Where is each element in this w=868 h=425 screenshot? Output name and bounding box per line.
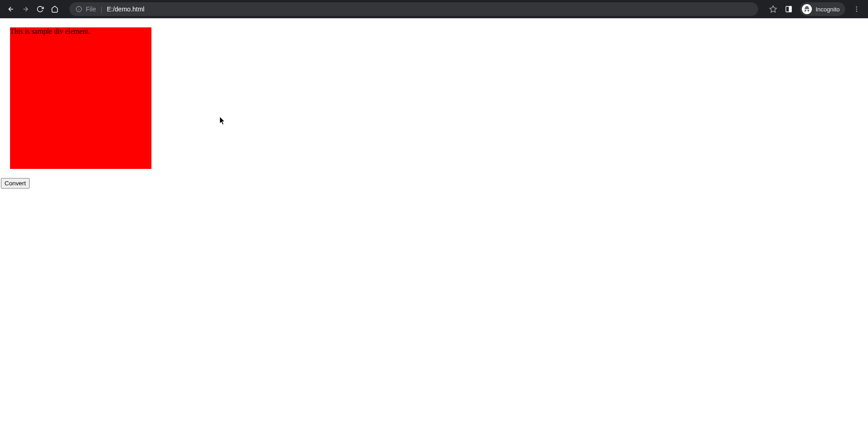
menu-icon[interactable]	[852, 5, 861, 13]
page-viewport: This is sample div element. Convert	[0, 27, 868, 189]
site-info[interactable]: File	[76, 5, 96, 13]
svg-point-9	[856, 10, 858, 12]
reload-button[interactable]	[36, 5, 44, 13]
url-path: E:/demo.html	[107, 5, 144, 13]
svg-point-7	[856, 6, 858, 8]
convert-button[interactable]: Convert	[1, 178, 30, 189]
browser-right-controls: Incognito	[765, 2, 864, 16]
svg-rect-6	[790, 6, 792, 12]
incognito-badge[interactable]: Incognito	[800, 2, 845, 16]
url-scheme: File	[86, 5, 96, 13]
url-divider: |	[101, 5, 103, 13]
side-panel-icon[interactable]	[785, 5, 793, 13]
incognito-label: Incognito	[816, 6, 840, 13]
incognito-icon	[802, 4, 812, 14]
nav-controls	[4, 5, 62, 13]
browser-toolbar: File | E:/demo.html Incognito	[0, 0, 868, 18]
forward-button[interactable]	[22, 5, 29, 13]
sample-div: This is sample div element.	[10, 27, 151, 169]
home-button[interactable]	[51, 5, 58, 13]
back-button[interactable]	[7, 5, 15, 13]
svg-point-8	[856, 9, 858, 10]
svg-marker-3	[770, 6, 777, 12]
address-bar[interactable]: File | E:/demo.html	[69, 2, 758, 16]
bookmark-icon[interactable]	[769, 5, 777, 13]
sample-div-text: This is sample div element.	[10, 27, 90, 35]
